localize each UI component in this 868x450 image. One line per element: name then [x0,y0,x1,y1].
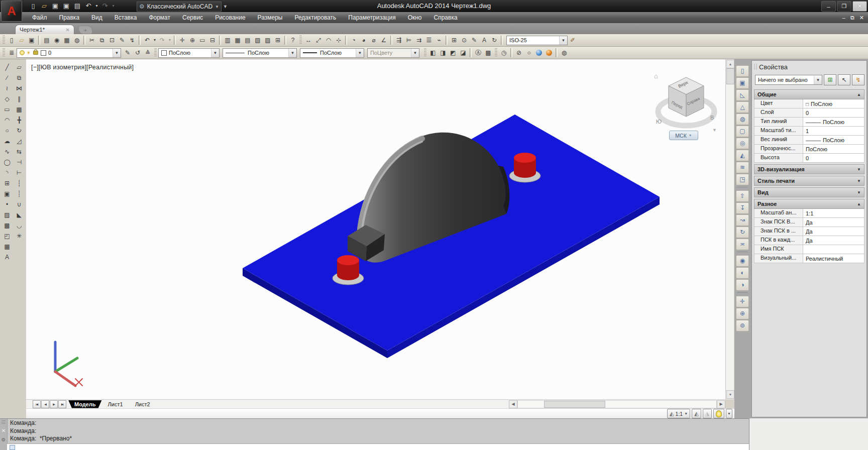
status-more-button[interactable]: ▼ [726,409,732,418]
extend-icon[interactable]: ⊢ [14,168,25,178]
construction-line-icon[interactable]: ∕ [2,73,13,83]
doc-minimize-icon[interactable]: – [842,15,845,21]
section-arrow-icon[interactable]: ▼ [857,179,861,183]
toolbar-separator[interactable] [219,36,221,45]
property-value[interactable]: 1 [803,127,864,135]
offset-icon[interactable]: ∥ [14,94,25,104]
zoom-realtime-icon[interactable]: ⊕ [187,35,197,45]
quick-dim-icon[interactable]: ⇶ [394,35,404,45]
viewcube[interactable]: ⌂ Верх Перед Справа Ю В ▼ [652,69,720,138]
extrude-icon[interactable]: ⇧ [736,190,749,202]
toggle-pickadd-button[interactable]: ⊞ [824,74,836,85]
toolbar-grip[interactable] [3,36,5,45]
toolbar-separator[interactable] [556,48,558,57]
arc-icon[interactable]: ◠ [2,115,13,126]
annotation-visibility-button[interactable]: ◭ [692,409,701,418]
vs-2d-wireframe-icon[interactable]: ⊘ [514,48,524,58]
select-objects-button[interactable]: ↖ [838,74,850,85]
designcenter-icon[interactable]: ▦ [233,35,243,45]
toolbar-separator[interactable] [345,36,347,45]
menu-file[interactable]: Файл [26,13,53,22]
prop-section-expanded[interactable]: Общие▲ [754,89,864,99]
planar-surface-icon[interactable]: ◳ [736,174,749,185]
3d-move-icon[interactable]: ✛ [736,296,749,307]
pyramid-icon[interactable]: ◭ [736,150,749,161]
hatch-icon[interactable]: ▨ [2,210,13,220]
menu-tools[interactable]: Сервис [176,13,209,22]
join-icon[interactable]: ∪ [14,199,25,210]
dim-linear-icon[interactable]: ↔ [303,35,313,45]
copy-icon[interactable]: ⧉ [97,35,107,45]
tab-first-button[interactable]: |◀ [33,400,41,408]
properties-palette-icon[interactable]: ▥ [223,35,233,45]
union-icon[interactable]: ◉ [736,255,749,267]
help-icon[interactable]: ? [288,35,298,45]
stretch-icon[interactable]: ⇆ [14,147,25,157]
property-value[interactable]: Да [803,218,864,227]
chamfer-icon[interactable]: ◣ [14,210,25,220]
send-under-objects-icon[interactable]: ◪ [458,48,468,58]
section-arrow-icon[interactable]: ▼ [857,190,861,195]
revolve-icon[interactable]: ↻ [736,227,749,238]
undo-dropdown-icon[interactable]: ▾ [152,35,157,45]
tab-model[interactable]: Модель [68,400,102,408]
table-icon[interactable]: ▦ [2,242,13,252]
fillet-icon[interactable]: ◡ [14,220,25,231]
sweep-icon[interactable]: ↝ [736,214,749,226]
insert-block-icon[interactable]: ⊞ [2,178,13,189]
text-to-front-icon[interactable]: Ⓐ [473,48,483,58]
toolbar-separator[interactable] [284,36,286,45]
horizontal-scroll-thumb[interactable] [544,401,605,408]
rotate-icon[interactable]: ↻ [14,126,25,136]
ellipse-arc-icon[interactable]: ◝ [2,168,13,178]
cut-icon[interactable]: ✂ [87,35,97,45]
erase-icon[interactable]: ▱ [14,62,25,73]
color-combo[interactable]: ПоСлою ▼ [158,48,220,58]
dim-ordinate-icon[interactable]: ⊹ [334,35,344,45]
copy-object-icon[interactable]: ⧉ [14,73,25,83]
vertical-scroll-thumb[interactable] [726,68,734,84]
viewcube-home-icon[interactable]: ⌂ [654,72,658,80]
polysolid-icon[interactable]: ▯ [736,65,749,77]
helix-icon[interactable]: ≋ [736,162,749,173]
toolbar-separator[interactable] [510,48,512,57]
cone-icon[interactable]: △ [736,101,749,113]
3d-orbit-icon[interactable]: ⊚ [736,320,749,331]
lineweight-combo[interactable]: ПоСлою ▼ [300,48,364,58]
break-at-point-icon[interactable]: ┆ [14,178,25,189]
send-to-back-icon[interactable]: ◨ [438,48,448,58]
toolbar-separator[interactable] [501,36,503,45]
sphere-icon[interactable]: ◍ [736,114,749,125]
plot-icon[interactable]: ▤ [42,35,52,45]
red-button-rear[interactable] [509,153,540,182]
viewcube-east-label[interactable]: В [710,115,714,121]
region-icon[interactable]: ◰ [2,231,13,242]
cylinder-icon[interactable]: ▢ [736,126,749,137]
break-icon[interactable]: ┊ [14,189,25,199]
menu-modify[interactable]: Редактировать [288,13,342,22]
blend-properties-icon[interactable]: ↯ [127,35,137,45]
polyline-icon[interactable]: ≀ [2,83,13,94]
qat-customize-icon[interactable]: ▼ [223,4,228,9]
property-value[interactable]: 0 [803,108,864,117]
toolbar-separator[interactable] [174,36,176,45]
command-window[interactable]: ✕ ⚙ Команда:Команда:Команда: *Прервано* [0,418,749,450]
save-icon[interactable]: ▣ [27,35,37,45]
make-object-layer-current-icon[interactable]: ✎ [123,48,133,58]
menu-draw[interactable]: Рисование [209,13,251,22]
property-value[interactable]: ———ПоСлою [803,118,864,126]
strip-separator[interactable] [737,187,748,189]
tab-layout2[interactable]: Лист2 [129,400,156,408]
menu-view[interactable]: Вид [85,13,108,22]
hatch-to-back-icon[interactable]: ▩ [483,48,493,58]
tab-prev-button[interactable]: ◀ [41,400,49,408]
circle-icon[interactable]: ○ [2,126,13,136]
menu-window[interactable]: Окно [402,13,428,22]
command-rail[interactable]: ✕ ⚙ [0,419,8,450]
torus-icon[interactable]: ◎ [736,138,749,149]
section-arrow-icon[interactable]: ▲ [857,202,861,206]
tab-layout1[interactable]: Лист1 [102,400,129,408]
property-value[interactable]: Да [803,236,864,245]
dim-update-icon[interactable]: ↻ [489,35,499,45]
viewport-controls-label[interactable]: [−][ЮВ изометрия][Реалистичный] [31,64,134,71]
